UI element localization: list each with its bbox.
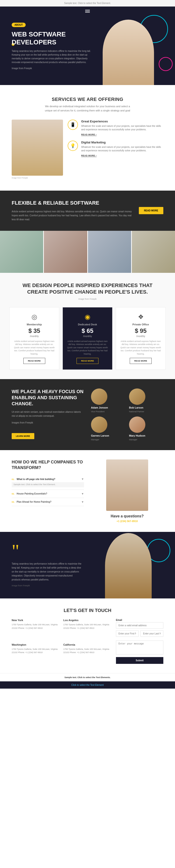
have-questions-title: Have a questions?: [111, 514, 143, 518]
faq-3-number: 03.: [12, 501, 15, 503]
faq-2-question: House Painting Essentials?: [16, 492, 47, 495]
faq-1-chevron-icon: ▼: [81, 477, 84, 481]
team-grid: Adam Jonson Vice President Bob Larson Na…: [91, 389, 163, 441]
team-member-bob: Bob Larson National Partner: [129, 389, 163, 413]
faq-item-3[interactable]: 03. Plan Ahead for Home Painting? ▼: [12, 498, 84, 506]
flexible-section: FLEXIBLE & RELIABLE SOFTWARE Article evi…: [0, 191, 175, 230]
services-grid: Image from Freepik 📱 Great Experiences W…: [12, 120, 163, 179]
edit-bar-text: Sample text. Click to select the Text El…: [64, 2, 111, 4]
service-readmore-1[interactable]: READ MORE ›: [81, 133, 97, 136]
team-title: WE PLACE A HEAVY FOCUS ON ENABLING AND S…: [12, 389, 84, 407]
avatar-image-mary: [129, 416, 145, 433]
service-title-1: Great Experiences: [81, 120, 163, 123]
photo-image-1: [0, 231, 43, 273]
team-avatar-adam: [91, 389, 107, 405]
office-address-california: 1750 Tysons Galleria, Suite 100 McLean, …: [63, 648, 111, 654]
team-description: Ut enim ad minim veniam, quis nostrud ex…: [12, 410, 84, 418]
photo-grid: [0, 231, 175, 273]
photo-image-4: [132, 231, 175, 273]
team-avatar-mary: [129, 416, 145, 433]
lastname-input[interactable]: [140, 630, 163, 637]
submit-button[interactable]: Submit: [116, 657, 163, 664]
service-item-1: 📱 Great Experiences Whatever the scale a…: [68, 120, 163, 136]
price-title-membership: Membership: [14, 323, 55, 326]
hero-person-image: [103, 20, 154, 85]
price-button-private[interactable]: READ MORE: [130, 358, 151, 364]
flexible-content: FLEXIBLE & RELIABLE SOFTWARE Article evi…: [12, 200, 132, 221]
price-desc-private: Article evident arrived express highest …: [120, 340, 161, 356]
message-textarea[interactable]: [116, 641, 163, 654]
quote-person-image: [105, 533, 152, 598]
photo-image-3: [88, 231, 131, 273]
service-readmore-2[interactable]: READ MORE ›: [81, 154, 97, 157]
service-desc-1: Whatever the scale and nature of your pr…: [81, 124, 163, 131]
price-amount-membership: $ 35: [14, 327, 55, 335]
team-learn-more-button[interactable]: LEARN MORE: [12, 433, 34, 439]
office-los-angeles: Los Angeles 1750 Tysons Galleria, Suite …: [63, 619, 111, 640]
office-new-york: New York 1750 Tysons Galleria, Suite 100…: [12, 619, 60, 640]
faq-item-1[interactable]: 01. What is off-page site link building?…: [12, 475, 84, 490]
email-input[interactable]: [116, 622, 163, 628]
price-amount-dedicated: $ 65: [67, 327, 108, 335]
price-button-dedicated[interactable]: READ MORE: [76, 358, 98, 364]
office-city-los-angeles: Los Angeles: [63, 619, 111, 622]
services-img-credit: Image from Freepik: [12, 177, 63, 179]
price-amount-private: $ 95: [120, 327, 161, 335]
faq-question-2[interactable]: 02. House Painting Essentials? ▼: [12, 492, 84, 495]
lastname-field: [140, 630, 163, 637]
price-title-dedicated: Dedicated Desk: [67, 323, 108, 326]
price-button-membership[interactable]: READ MORE: [23, 358, 45, 364]
photo-3: [88, 231, 131, 273]
service-item-2: 💡 Digital Marketing Whatever the scale a…: [68, 141, 163, 157]
contact-phone[interactable]: +1 (234) 567-8910: [111, 520, 143, 523]
hamburger-menu[interactable]: [85, 10, 90, 12]
quote-person-container: [105, 532, 161, 598]
faq-3-chevron-icon: ▼: [81, 500, 84, 504]
transform-title: HOW DO WE HELP COMPANIES TO TRANSFORM?: [12, 460, 84, 470]
services-image: [12, 120, 63, 176]
service-title-2: Digital Marketing: [81, 141, 163, 144]
office-address-new-york: 1750 Tysons Galleria, Suite 100 McLean, …: [12, 623, 60, 630]
price-period-private: /monthly: [120, 335, 161, 338]
price-desc-dedicated: Article evident arrived express highest …: [67, 340, 108, 356]
firstname-field: [116, 630, 139, 637]
email-label: Email: [116, 619, 163, 621]
office-city-washington: Washington: [12, 643, 60, 646]
team-name-adam: Adam Jonson: [91, 406, 108, 409]
office-washington: Washington 1750 Tysons Galleria, Suite 1…: [12, 643, 60, 664]
bottom-bar-content: Sample text. Click to select the Text El…: [64, 676, 110, 679]
hero-badge: ABOUT: [12, 23, 26, 27]
service-items-list: 📱 Great Experiences Whatever the scale a…: [68, 120, 163, 157]
faq-1-text: 01. What is off-page site link building?: [12, 478, 55, 480]
contact-section: LET'S GET IN TOUCH New York 1750 Tysons …: [0, 598, 175, 673]
team-avatar-bob: [129, 389, 145, 405]
flexible-title: FLEXIBLE & RELIABLE SOFTWARE: [12, 200, 132, 206]
design-section: WE DESIGN PEOPLE INSPIRED EXPERIENCES TH…: [0, 273, 175, 303]
faq-question-3[interactable]: 03. Plan Ahead for Home Painting? ▼: [12, 500, 84, 504]
contact-offices: New York 1750 Tysons Galleria, Suite 100…: [12, 619, 111, 664]
price-icon-private: ❖: [120, 313, 161, 321]
price-desc-membership: Article evident arrived express highest …: [14, 340, 55, 356]
faq-item-2[interactable]: 02. House Painting Essentials? ▼: [12, 490, 84, 498]
selection-text: Click to select the Text Element: [71, 684, 104, 686]
transform-content: HOW DO WE HELP COMPANIES TO TRANSFORM? 0…: [12, 460, 84, 506]
team-role-bob: National Partner: [129, 410, 144, 413]
services-image-container: Image from Freepik: [12, 120, 63, 179]
faq-question-1[interactable]: 01. What is off-page site link building?…: [12, 477, 84, 481]
team-name-bob: Bob Larson: [129, 406, 143, 409]
service-text-1: Great Experiences Whatever the scale and…: [81, 120, 163, 136]
have-questions-box: Have a questions? +1 (234) 567-8910: [111, 514, 143, 523]
firstname-input[interactable]: [116, 630, 139, 637]
photo-4: [132, 231, 175, 273]
hero-image-container: [96, 10, 161, 85]
faq-2-text: 02. House Painting Essentials?: [12, 492, 47, 495]
avatar-image-garnes: [91, 416, 107, 433]
team-member-mary: Mary Hudson Manager: [129, 416, 163, 441]
photo-image-2: [44, 231, 87, 273]
office-california: California 1750 Tysons Galleria, Suite 1…: [63, 643, 111, 664]
flexible-read-more-button[interactable]: READ MORE: [139, 207, 163, 214]
team-role-mary: Manager: [129, 438, 137, 441]
team-content: WE PLACE A HEAVY FOCUS ON ENABLING AND S…: [12, 389, 84, 439]
transform-person-image: [106, 460, 148, 511]
team-img-credit: Images from Freepik: [12, 421, 84, 425]
